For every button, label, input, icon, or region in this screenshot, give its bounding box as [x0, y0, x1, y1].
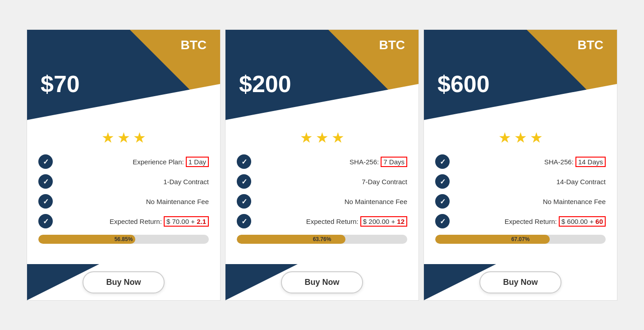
feature-row: Expected Return: $ 600.00 + 60 — [435, 214, 606, 228]
feature-row: No Maintenance Fee — [38, 194, 209, 209]
feature-row: SHA-256: 7 Days — [237, 154, 407, 169]
feature-row: 7-Day Contract — [237, 174, 407, 189]
star-icon: ★ — [530, 129, 543, 146]
feature-text: 14-Day Contract — [455, 178, 606, 186]
check-icon — [237, 194, 251, 209]
check-icon — [38, 174, 53, 189]
check-icon — [38, 154, 53, 169]
progress-label: 67.07% — [511, 236, 530, 242]
btc-label: BTC — [577, 38, 603, 52]
feature-text: Expected Return: $ 70.00 + 2.1 — [58, 216, 209, 227]
highlight-badge: 1 Day — [186, 157, 209, 167]
price-label: $600 — [437, 70, 490, 98]
feature-text: Expected Return: $ 600.00 + 60 — [455, 216, 606, 227]
card-header: BTC$600 — [424, 30, 617, 120]
feature-row: Expected Return: $ 200.00 + 12 — [237, 214, 407, 228]
return-highlight: $ 70.00 + 2.1 — [164, 216, 209, 227]
star-icon: ★ — [300, 129, 313, 146]
feature-text: No Maintenance Fee — [58, 198, 209, 205]
price-label: $70 — [41, 70, 80, 98]
feature-text: Experience Plan: 1 Day — [58, 157, 209, 167]
return-highlight: $ 200.00 + 12 — [360, 216, 407, 227]
check-icon — [237, 174, 251, 189]
card-body: ★★★SHA-256: 14 Days14-Day ContractNo Mai… — [424, 120, 617, 264]
feature-text: SHA-256: 7 Days — [257, 157, 407, 167]
feature-row: 1-Day Contract — [38, 174, 209, 189]
buy-now-button[interactable]: Buy Now — [479, 271, 561, 293]
progress-bar-container: 56.85% — [38, 235, 209, 244]
check-icon — [237, 154, 251, 169]
feature-text: 1-Day Contract — [58, 178, 209, 186]
card-footer: Buy Now — [424, 264, 617, 300]
star-icon: ★ — [331, 129, 345, 146]
return-red-value: 2.1 — [197, 218, 206, 225]
card-footer: Buy Now — [27, 264, 220, 300]
feature-row: Experience Plan: 1 Day — [38, 154, 209, 169]
progress-bar-container: 67.07% — [435, 235, 606, 244]
check-icon — [435, 154, 450, 169]
feature-row: No Maintenance Fee — [237, 194, 407, 209]
check-icon — [435, 174, 450, 189]
feature-row: No Maintenance Fee — [435, 194, 606, 209]
card-header: BTC$200 — [225, 30, 419, 120]
feature-row: SHA-256: 14 Days — [435, 154, 606, 169]
stars-container: ★★★ — [38, 129, 209, 146]
progress-bar-container: 63.76% — [237, 235, 407, 244]
feature-text: SHA-256: 14 Days — [455, 157, 606, 167]
star-icon: ★ — [316, 129, 329, 146]
progress-bar-fill — [435, 235, 550, 244]
check-icon — [38, 214, 53, 228]
card-2: BTC$200★★★SHA-256: 7 Days7-Day ContractN… — [225, 29, 419, 301]
star-icon: ★ — [498, 129, 511, 146]
return-highlight: $ 600.00 + 60 — [559, 216, 606, 227]
check-icon — [237, 214, 251, 228]
card-header: BTC$70 — [27, 30, 220, 120]
card-footer: Buy Now — [225, 264, 419, 300]
feature-text: Expected Return: $ 200.00 + 12 — [257, 216, 407, 227]
return-red-value: 12 — [397, 218, 405, 225]
return-red-value: 60 — [595, 218, 603, 225]
star-icon: ★ — [133, 129, 146, 146]
card-body: ★★★Experience Plan: 1 Day1-Day ContractN… — [27, 120, 220, 264]
buy-now-button[interactable]: Buy Now — [281, 271, 363, 293]
card-3: BTC$600★★★SHA-256: 14 Days14-Day Contrac… — [423, 29, 617, 301]
card-1: BTC$70★★★Experience Plan: 1 Day1-Day Con… — [27, 29, 221, 301]
feature-text: No Maintenance Fee — [257, 198, 407, 205]
stars-container: ★★★ — [237, 129, 407, 146]
feature-row: Expected Return: $ 70.00 + 2.1 — [38, 214, 209, 228]
check-icon — [435, 214, 450, 228]
star-icon: ★ — [101, 129, 115, 146]
buy-now-button[interactable]: Buy Now — [83, 271, 164, 293]
check-icon — [38, 194, 53, 209]
btc-label: BTC — [379, 38, 405, 52]
progress-label: 63.76% — [313, 236, 331, 242]
highlight-badge: 14 Days — [575, 157, 606, 167]
star-icon: ★ — [117, 129, 130, 146]
feature-text: No Maintenance Fee — [455, 198, 606, 205]
btc-label: BTC — [180, 38, 207, 52]
cards-container: BTC$70★★★Experience Plan: 1 Day1-Day Con… — [15, 20, 629, 310]
check-icon — [435, 194, 450, 209]
progress-label: 56.85% — [115, 236, 133, 242]
price-label: $200 — [239, 70, 291, 98]
stars-container: ★★★ — [435, 129, 606, 146]
feature-row: 14-Day Contract — [435, 174, 606, 189]
card-body: ★★★SHA-256: 7 Days7-Day ContractNo Maint… — [225, 120, 419, 264]
highlight-badge: 7 Days — [381, 157, 407, 167]
feature-text: 7-Day Contract — [257, 178, 407, 186]
star-icon: ★ — [514, 129, 527, 146]
